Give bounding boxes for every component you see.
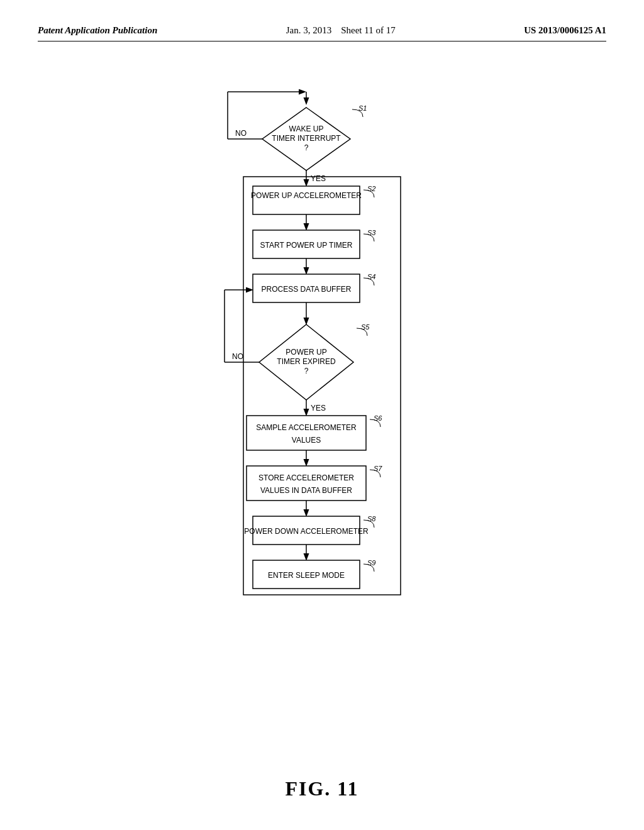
- step-s8-label: S8: [367, 515, 376, 523]
- svg-rect-6: [253, 186, 360, 214]
- svg-rect-19: [247, 466, 366, 501]
- s7-text-line2: VALUES IN DATA BUFFER: [260, 486, 352, 495]
- s6-text-line2: VALUES: [292, 436, 321, 445]
- page: Patent Application Publication Jan. 3, 2…: [0, 0, 644, 830]
- s6-text-line1: SAMPLE ACCELEROMETER: [256, 423, 357, 432]
- svg-rect-17: [247, 416, 366, 450]
- s1-text-line2: TIMER INTERRUPT: [272, 134, 341, 143]
- s7-text-line1: STORE ACCELEROMETER: [258, 473, 354, 482]
- page-header: Patent Application Publication Jan. 3, 2…: [38, 25, 606, 42]
- step-s2-label: S2: [367, 185, 375, 192]
- s1-text-line1: WAKE UP: [289, 124, 324, 133]
- s5-yes-label: YES: [311, 404, 326, 412]
- step-s9-label: S9: [367, 559, 375, 567]
- s1-text-line3: ?: [304, 143, 309, 152]
- header-center: Jan. 3, 2013 Sheet 11 of 17: [286, 25, 396, 36]
- s1-no-label: NO: [235, 129, 247, 138]
- flowchart: text { font-family: Arial, sans-serif; f…: [190, 79, 454, 746]
- step-s5-label: S5: [361, 323, 370, 331]
- s5-text-line3: ?: [304, 367, 309, 375]
- s3-text: START POWER UP TIMER: [260, 241, 353, 250]
- s5-text-line2: TIMER EXPIRED: [277, 357, 336, 366]
- s5-no-label: NO: [232, 352, 243, 361]
- s1-yes-label: YES: [311, 174, 326, 183]
- s9-text: ENTER SLEEP MODE: [268, 571, 345, 580]
- date-label: Jan. 3, 2013: [286, 25, 332, 35]
- s2-text-line1: POWER UP ACCELEROMETER: [251, 191, 362, 200]
- step-s7-label: S7: [374, 465, 382, 472]
- s8-text: POWER DOWN ACCELEROMETER: [244, 527, 369, 536]
- publication-label: Patent Application Publication: [38, 25, 157, 36]
- sheet-label: Sheet 11 of 17: [341, 25, 396, 35]
- figure-caption: FIG. 11: [285, 777, 358, 800]
- step-s6-label: S6: [374, 414, 382, 422]
- s4-text: PROCESS DATA BUFFER: [262, 285, 352, 294]
- step-s3-label: S3: [367, 229, 376, 236]
- step-s4-label: S4: [367, 273, 375, 280]
- s5-text-line1: POWER UP: [286, 348, 326, 357]
- patent-number: US 2013/0006125 A1: [524, 25, 606, 36]
- flowchart-svg: text { font-family: Arial, sans-serif; f…: [190, 79, 454, 746]
- flowchart-container: text { font-family: Arial, sans-serif; f…: [38, 79, 606, 800]
